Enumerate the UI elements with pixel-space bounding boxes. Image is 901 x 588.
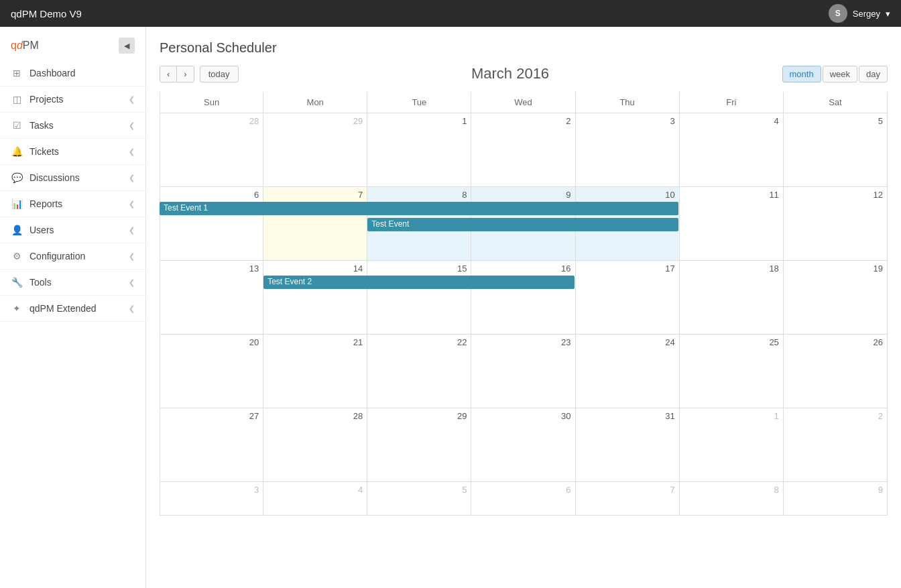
sidebar-item-tools[interactable]: 🔧 Tools ❮: [0, 270, 145, 296]
sidebar-item-label: qdPM Extended: [29, 303, 97, 314]
view-month-button[interactable]: month: [782, 66, 821, 82]
sidebar-nav: ⊞ Dashboard ◫ Projects ❮ ☑ Tasks ❮: [0, 60, 145, 588]
users-icon: 👤: [11, 224, 23, 236]
sidebar-collapse-button[interactable]: ◀: [119, 38, 135, 54]
cal-cell[interactable]: 5: [367, 482, 471, 516]
month-label: March 2016: [239, 65, 782, 82]
event-test-event[interactable]: Test Event: [367, 218, 678, 231]
event-test-event-2[interactable]: Test Event 2: [263, 276, 574, 289]
tickets-icon: 🔔: [11, 145, 23, 158]
cal-cell[interactable]: 20: [160, 335, 263, 408]
chevron-icon: ❮: [129, 226, 135, 235]
cal-cell[interactable]: 5: [784, 113, 888, 187]
cal-cell[interactable]: 3: [576, 113, 680, 187]
cal-cell[interactable]: 19: [784, 261, 888, 335]
cal-cell[interactable]: 22: [367, 335, 471, 408]
sidebar-item-label: Dashboard: [29, 68, 76, 78]
day-header-fri: Fri: [680, 92, 784, 113]
day-header-sat: Sat: [784, 92, 888, 113]
sidebar-item-tasks[interactable]: ☑ Tasks ❮: [0, 113, 145, 139]
cal-cell[interactable]: 2: [471, 113, 575, 187]
sidebar-item-label: Users: [29, 225, 54, 235]
sidebar: qdPM ◀ ⊞ Dashboard ◫ Projects ❮ ☑: [0, 27, 146, 588]
cal-cell[interactable]: 25: [680, 335, 784, 408]
cal-cell[interactable]: 26: [784, 335, 888, 408]
calendar-week-5: 27 28 29 30 31 1 2: [160, 408, 888, 482]
calendar-header: Sun Mon Tue Wed Thu Fri Sat: [160, 92, 888, 113]
chevron-icon: ❮: [129, 148, 135, 156]
cal-cell[interactable]: 29: [367, 408, 471, 482]
chevron-icon: ❮: [129, 174, 135, 182]
event-test-event-1[interactable]: Test Event 1: [160, 202, 678, 215]
sidebar-item-label: Discussions: [29, 172, 80, 183]
chevron-icon: ❮: [129, 121, 135, 130]
cal-cell[interactable]: 30: [471, 408, 575, 482]
cal-cell[interactable]: 21: [263, 335, 367, 408]
sidebar-item-label: Tasks: [29, 120, 54, 131]
cal-cell[interactable]: 15: [367, 261, 471, 335]
calendar-week-6: 3 4 5 6 7 8 9: [160, 482, 888, 516]
cal-cell[interactable]: 16: [471, 261, 575, 335]
sidebar-item-tickets[interactable]: 🔔 Tickets ❮: [0, 139, 145, 165]
cal-cell[interactable]: 23: [471, 335, 575, 408]
dashboard-icon: ⊞: [11, 67, 23, 79]
cal-cell[interactable]: 6: [471, 482, 575, 516]
sidebar-item-label: Tools: [29, 277, 52, 288]
cal-cell[interactable]: 2: [784, 408, 888, 482]
day-header-thu: Thu: [576, 92, 680, 113]
cal-cell[interactable]: 7: [576, 482, 680, 516]
cal-cell[interactable]: 31: [576, 408, 680, 482]
cal-cell[interactable]: 13: [160, 261, 263, 335]
calendar-toolbar: ‹ › today March 2016 month week day: [160, 65, 888, 82]
view-week-button[interactable]: week: [823, 66, 857, 82]
chevron-icon: ❮: [129, 95, 135, 104]
sidebar-item-qdpm-extended[interactable]: ✦ qdPM Extended ❮: [0, 296, 145, 322]
today-button[interactable]: today: [200, 66, 239, 82]
cal-cell[interactable]: 3: [160, 482, 263, 516]
page-title: Personal Scheduler: [160, 40, 888, 56]
app-title: qdPM Demo V9: [11, 8, 82, 19]
cal-cell[interactable]: 4: [263, 482, 367, 516]
cal-cell[interactable]: 4: [680, 113, 784, 187]
cal-cell-today[interactable]: 7: [263, 187, 367, 261]
cal-cell[interactable]: 1: [680, 408, 784, 482]
view-group: month week day: [782, 66, 888, 82]
sidebar-item-label: Projects: [29, 94, 64, 105]
cal-cell[interactable]: 12: [784, 187, 888, 261]
cal-cell[interactable]: 28: [263, 408, 367, 482]
cal-cell[interactable]: 29: [263, 113, 367, 187]
sidebar-item-configuration[interactable]: ⚙ Configuration ❮: [0, 243, 145, 270]
cal-cell[interactable]: 1: [367, 113, 471, 187]
cal-cell[interactable]: 9: [784, 482, 888, 516]
cal-cell[interactable]: 8: [680, 482, 784, 516]
main-content: Personal Scheduler ‹ › today March 2016 …: [146, 27, 901, 588]
cal-cell[interactable]: 18: [680, 261, 784, 335]
cal-cell[interactable]: 14: [263, 261, 367, 335]
sidebar-item-reports[interactable]: 📊 Reports ❮: [0, 191, 145, 217]
discussions-icon: 💬: [11, 172, 23, 184]
user-menu[interactable]: S Sergey ▾: [829, 4, 890, 23]
sidebar-item-users[interactable]: 👤 Users ❮: [0, 217, 145, 243]
sidebar-item-label: Configuration: [29, 251, 85, 261]
chevron-icon: ❮: [129, 304, 135, 313]
day-header-mon: Mon: [263, 92, 367, 113]
day-header-sun: Sun: [160, 92, 263, 113]
cal-cell[interactable]: 11: [680, 187, 784, 261]
chevron-icon: ❮: [129, 200, 135, 209]
view-day-button[interactable]: day: [859, 66, 888, 82]
next-button[interactable]: ›: [177, 66, 194, 82]
sidebar-item-discussions[interactable]: 💬 Discussions ❮: [0, 165, 145, 191]
sidebar-item-projects[interactable]: ◫ Projects ❮: [0, 86, 145, 113]
logo: qdPM: [11, 40, 39, 52]
cal-cell[interactable]: 6: [160, 187, 263, 261]
cal-cell[interactable]: 17: [576, 261, 680, 335]
prev-button[interactable]: ‹: [160, 66, 177, 82]
tasks-icon: ☑: [11, 119, 23, 131]
cal-cell[interactable]: 27: [160, 408, 263, 482]
sidebar-item-dashboard[interactable]: ⊞ Dashboard: [0, 60, 145, 86]
user-chevron-icon: ▾: [886, 9, 890, 19]
sidebar-item-label: Reports: [29, 198, 62, 209]
cal-cell[interactable]: 28: [160, 113, 263, 187]
cal-cell[interactable]: 24: [576, 335, 680, 408]
tools-icon: 🔧: [11, 276, 23, 288]
